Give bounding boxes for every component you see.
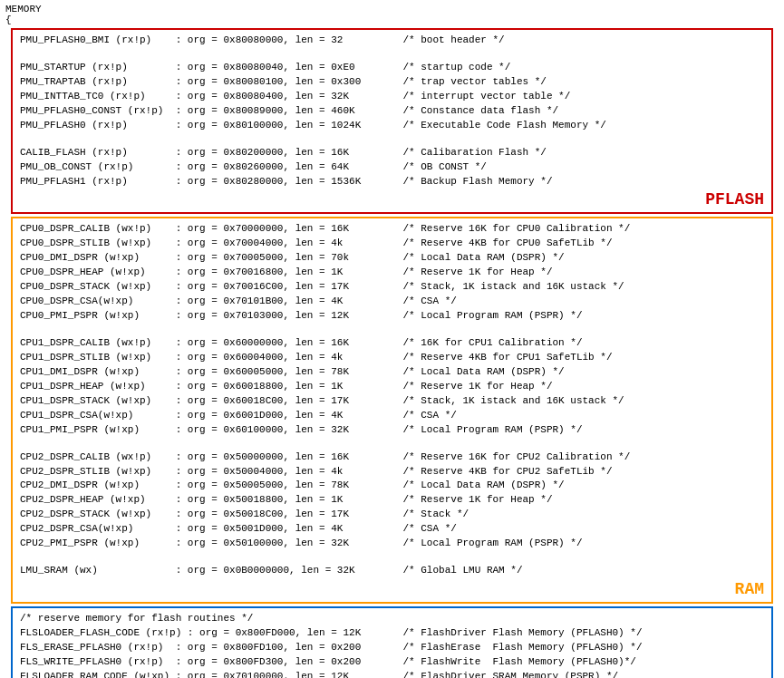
- code-line: CPU2_DSPR_HEAP (w!xp) : org = 0x50018800…: [20, 493, 764, 508]
- brace-open: {: [5, 15, 779, 25]
- code-line: [20, 48, 764, 61]
- code-line: [20, 438, 764, 450]
- ram-code-block: CPU0_DSPR_CALIB (wx!p) : org = 0x7000000…: [20, 222, 764, 578]
- pflash-label: PFLASH: [20, 190, 764, 208]
- code-line: FLS_ERASE_PFLASH0 (rx!p) : org = 0x800FD…: [20, 641, 764, 655]
- code-line: [20, 551, 764, 564]
- code-line: /* reserve memory for flash routines */: [20, 612, 764, 626]
- code-line: FLSLOADER_RAM_CODE (w!xp) : org = 0x7010…: [20, 670, 764, 678]
- code-line: CPU2_DMI_DSPR (w!xp) : org = 0x50005000,…: [20, 479, 764, 493]
- code-line: [20, 133, 764, 146]
- code-line: CPU1_DSPR_CSA(w!xp) : org = 0x6001D000, …: [20, 409, 764, 423]
- code-line: PMU_TRAPTAB (rx!p) : org = 0x80080100, l…: [20, 75, 764, 90]
- code-line: CPU1_DSPR_STACK (w!xp) : org = 0x60018C0…: [20, 394, 764, 409]
- flashloader-code-block: /* reserve memory for flash routines */F…: [20, 612, 764, 678]
- code-line: FLSLOADER_FLASH_CODE (rx!p) : org = 0x80…: [20, 626, 764, 641]
- code-line: CPU0_DSPR_STACK (w!xp) : org = 0x70016C0…: [20, 280, 764, 295]
- code-line: CPU0_DMI_DSPR (w!xp) : org = 0x70005000,…: [20, 251, 764, 266]
- code-line: CPU1_DSPR_CALIB (wx!p) : org = 0x6000000…: [20, 336, 764, 351]
- ram-section: CPU0_DSPR_CALIB (wx!p) : org = 0x7000000…: [11, 217, 773, 604]
- code-line: CPU0_PMI_PSPR (w!xp) : org = 0x70103000,…: [20, 309, 764, 324]
- code-line: CPU0_DSPR_CSA(w!xp) : org = 0x70101B00, …: [20, 295, 764, 309]
- code-line: FLS_WRITE_PFLASH0 (rx!p) : org = 0x800FD…: [20, 655, 764, 670]
- code-line: CPU2_DSPR_STACK (w!xp) : org = 0x50018C0…: [20, 508, 764, 522]
- code-line: CPU2_DSPR_CSA(w!xp) : org = 0x5001D000, …: [20, 522, 764, 537]
- code-line: PMU_INTTAB_TC0 (rx!p) : org = 0x80080400…: [20, 90, 764, 104]
- ram-label: RAM: [20, 580, 764, 598]
- memory-label: MEMORY: [5, 4, 779, 15]
- code-line: PMU_STARTUP (rx!p) : org = 0x80080040, l…: [20, 61, 764, 75]
- code-line: CALIB_FLASH (rx!p) : org = 0x80200000, l…: [20, 146, 764, 160]
- code-line: CPU2_PMI_PSPR (w!xp) : org = 0x50100000,…: [20, 537, 764, 551]
- code-line: CPU2_DSPR_CALIB (wx!p) : org = 0x5000000…: [20, 450, 764, 465]
- code-line: CPU1_PMI_PSPR (w!xp) : org = 0x60100000,…: [20, 423, 764, 438]
- code-line: CPU0_DSPR_HEAP (w!xp) : org = 0x70016800…: [20, 266, 764, 280]
- code-line: PMU_PFLASH0_CONST (rx!p) : org = 0x80089…: [20, 104, 764, 119]
- code-line: PMU_PFLASH0_BMI (rx!p) : org = 0x8008000…: [20, 34, 764, 48]
- code-line: PMU_PFLASH0 (rx!p) : org = 0x80100000, l…: [20, 119, 764, 133]
- code-line: PMU_PFLASH1 (rx!p) : org = 0x80280000, l…: [20, 175, 764, 189]
- code-line: CPU1_DSPR_STLIB (w!xp) : org = 0x6000400…: [20, 351, 764, 365]
- code-line: CPU1_DMI_DSPR (w!xp) : org = 0x60005000,…: [20, 365, 764, 380]
- code-line: PMU_OB_CONST (rx!p) : org = 0x80260000, …: [20, 160, 764, 175]
- flashloader-section: /* reserve memory for flash routines */F…: [11, 606, 773, 678]
- code-line: [20, 324, 764, 336]
- code-line: LMU_SRAM (wx) : org = 0x0B0000000, len =…: [20, 564, 764, 578]
- code-line: CPU1_DSPR_HEAP (w!xp) : org = 0x60018800…: [20, 380, 764, 394]
- page: MEMORY { PMU_PFLASH0_BMI (rx!p) : org = …: [0, 0, 784, 678]
- code-line: CPU0_DSPR_STLIB (w!xp) : org = 0x7000400…: [20, 237, 764, 251]
- code-line: CPU0_DSPR_CALIB (wx!p) : org = 0x7000000…: [20, 222, 764, 237]
- pflash-section: PMU_PFLASH0_BMI (rx!p) : org = 0x8008000…: [11, 28, 773, 214]
- code-line: CPU2_DSPR_STLIB (w!xp) : org = 0x5000400…: [20, 465, 764, 479]
- pflash-code-block: PMU_PFLASH0_BMI (rx!p) : org = 0x8008000…: [20, 34, 764, 189]
